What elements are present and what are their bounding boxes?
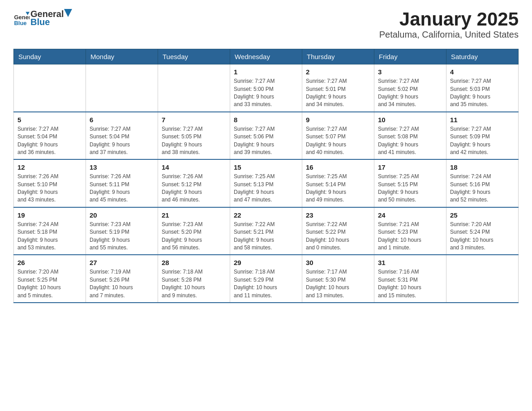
day-info: Sunrise: 7:25 AM Sunset: 5:13 PM Dayligh… xyxy=(234,173,298,204)
day-info: Sunrise: 7:27 AM Sunset: 5:02 PM Dayligh… xyxy=(378,77,442,109)
day-number: 9 xyxy=(306,115,370,124)
calendar-cell: 5Sunrise: 7:27 AM Sunset: 5:04 PM Daylig… xyxy=(14,112,86,160)
day-info: Sunrise: 7:26 AM Sunset: 5:11 PM Dayligh… xyxy=(90,173,154,204)
day-info: Sunrise: 7:24 AM Sunset: 5:16 PM Dayligh… xyxy=(450,173,515,204)
calendar-col-saturday: Saturday xyxy=(446,49,519,64)
day-info: Sunrise: 7:23 AM Sunset: 5:19 PM Dayligh… xyxy=(90,221,154,252)
calendar-cell: 12Sunrise: 7:26 AM Sunset: 5:10 PM Dayli… xyxy=(14,159,86,207)
calendar-cell: 3Sunrise: 7:27 AM Sunset: 5:02 PM Daylig… xyxy=(374,64,446,112)
calendar-cell: 13Sunrise: 7:26 AM Sunset: 5:11 PM Dayli… xyxy=(86,159,158,207)
svg-marker-3 xyxy=(64,9,72,17)
day-number: 22 xyxy=(234,210,298,220)
calendar-cell: 25Sunrise: 7:20 AM Sunset: 5:24 PM Dayli… xyxy=(446,207,519,255)
day-info: Sunrise: 7:27 AM Sunset: 5:05 PM Dayligh… xyxy=(162,125,226,157)
calendar-cell: 11Sunrise: 7:27 AM Sunset: 5:09 PM Dayli… xyxy=(446,112,519,160)
logo: General Blue General Blue xyxy=(13,9,73,27)
day-number: 24 xyxy=(378,210,442,220)
calendar-cell: 23Sunrise: 7:22 AM Sunset: 5:22 PM Dayli… xyxy=(302,207,374,255)
day-number: 4 xyxy=(450,67,515,77)
day-number: 21 xyxy=(162,210,226,220)
day-number: 15 xyxy=(234,163,298,172)
day-info: Sunrise: 7:22 AM Sunset: 5:21 PM Dayligh… xyxy=(234,221,298,252)
day-info: Sunrise: 7:23 AM Sunset: 5:20 PM Dayligh… xyxy=(162,221,226,252)
day-info: Sunrise: 7:24 AM Sunset: 5:18 PM Dayligh… xyxy=(17,221,82,252)
calendar-cell: 16Sunrise: 7:25 AM Sunset: 5:14 PM Dayli… xyxy=(302,159,374,207)
calendar-cell: 2Sunrise: 7:27 AM Sunset: 5:01 PM Daylig… xyxy=(302,64,374,112)
day-number: 2 xyxy=(306,67,370,77)
calendar-week-5: 26Sunrise: 7:20 AM Sunset: 5:25 PM Dayli… xyxy=(14,255,519,303)
day-info: Sunrise: 7:25 AM Sunset: 5:15 PM Dayligh… xyxy=(378,173,442,204)
svg-text:Blue: Blue xyxy=(14,20,26,26)
calendar-week-4: 19Sunrise: 7:24 AM Sunset: 5:18 PM Dayli… xyxy=(14,207,519,255)
day-info: Sunrise: 7:26 AM Sunset: 5:10 PM Dayligh… xyxy=(17,173,82,204)
calendar-header-row: SundayMondayTuesdayWednesdayThursdayFrid… xyxy=(14,49,519,64)
day-number: 20 xyxy=(90,210,154,220)
calendar-cell xyxy=(158,64,230,112)
day-info: Sunrise: 7:27 AM Sunset: 5:00 PM Dayligh… xyxy=(234,77,298,109)
day-info: Sunrise: 7:18 AM Sunset: 5:29 PM Dayligh… xyxy=(234,268,298,300)
day-number: 18 xyxy=(450,163,515,172)
calendar-cell: 22Sunrise: 7:22 AM Sunset: 5:21 PM Dayli… xyxy=(230,207,302,255)
calendar-cell: 20Sunrise: 7:23 AM Sunset: 5:19 PM Dayli… xyxy=(86,207,158,255)
calendar-week-3: 12Sunrise: 7:26 AM Sunset: 5:10 PM Dayli… xyxy=(14,159,519,207)
day-number: 10 xyxy=(378,115,442,124)
day-number: 31 xyxy=(378,258,442,267)
day-info: Sunrise: 7:27 AM Sunset: 5:08 PM Dayligh… xyxy=(378,125,442,157)
day-info: Sunrise: 7:19 AM Sunset: 5:26 PM Dayligh… xyxy=(90,268,154,300)
logo-arrow-icon xyxy=(64,9,72,17)
day-number: 28 xyxy=(162,258,226,267)
calendar-week-1: 1Sunrise: 7:27 AM Sunset: 5:00 PM Daylig… xyxy=(14,64,519,112)
day-info: Sunrise: 7:27 AM Sunset: 5:04 PM Dayligh… xyxy=(17,125,82,157)
day-number: 1 xyxy=(234,67,298,77)
page-subtitle: Petaluma, California, United States xyxy=(379,30,519,40)
calendar-cell: 7Sunrise: 7:27 AM Sunset: 5:05 PM Daylig… xyxy=(158,112,230,160)
day-number: 14 xyxy=(162,163,226,172)
calendar-cell: 15Sunrise: 7:25 AM Sunset: 5:13 PM Dayli… xyxy=(230,159,302,207)
calendar-cell: 31Sunrise: 7:16 AM Sunset: 5:31 PM Dayli… xyxy=(374,255,446,303)
day-number: 23 xyxy=(306,210,370,220)
day-info: Sunrise: 7:17 AM Sunset: 5:30 PM Dayligh… xyxy=(306,268,370,300)
day-info: Sunrise: 7:27 AM Sunset: 5:01 PM Dayligh… xyxy=(306,77,370,109)
day-info: Sunrise: 7:20 AM Sunset: 5:25 PM Dayligh… xyxy=(17,268,82,300)
day-info: Sunrise: 7:21 AM Sunset: 5:23 PM Dayligh… xyxy=(378,221,442,252)
page-title: January 2025 xyxy=(379,9,519,30)
day-number: 30 xyxy=(306,258,370,267)
logo-icon: General Blue xyxy=(13,10,30,26)
day-info: Sunrise: 7:16 AM Sunset: 5:31 PM Dayligh… xyxy=(378,268,442,300)
calendar-col-thursday: Thursday xyxy=(302,49,374,64)
calendar-table: SundayMondayTuesdayWednesdayThursdayFrid… xyxy=(13,49,519,303)
calendar-col-monday: Monday xyxy=(86,49,158,64)
calendar-cell: 24Sunrise: 7:21 AM Sunset: 5:23 PM Dayli… xyxy=(374,207,446,255)
day-number: 11 xyxy=(450,115,515,124)
day-info: Sunrise: 7:27 AM Sunset: 5:09 PM Dayligh… xyxy=(450,125,515,157)
calendar-cell: 21Sunrise: 7:23 AM Sunset: 5:20 PM Dayli… xyxy=(158,207,230,255)
day-info: Sunrise: 7:22 AM Sunset: 5:22 PM Dayligh… xyxy=(306,221,370,252)
calendar-cell xyxy=(446,255,519,303)
day-number: 3 xyxy=(378,67,442,77)
calendar-cell: 28Sunrise: 7:18 AM Sunset: 5:28 PM Dayli… xyxy=(158,255,230,303)
calendar-cell: 4Sunrise: 7:27 AM Sunset: 5:03 PM Daylig… xyxy=(446,64,519,112)
calendar-cell: 18Sunrise: 7:24 AM Sunset: 5:16 PM Dayli… xyxy=(446,159,519,207)
day-number: 7 xyxy=(162,115,226,124)
day-number: 29 xyxy=(234,258,298,267)
calendar-cell xyxy=(14,64,86,112)
calendar-cell: 1Sunrise: 7:27 AM Sunset: 5:00 PM Daylig… xyxy=(230,64,302,112)
calendar-cell: 27Sunrise: 7:19 AM Sunset: 5:26 PM Dayli… xyxy=(86,255,158,303)
calendar-col-sunday: Sunday xyxy=(14,49,86,64)
day-number: 12 xyxy=(17,163,82,172)
calendar-cell: 17Sunrise: 7:25 AM Sunset: 5:15 PM Dayli… xyxy=(374,159,446,207)
calendar-col-friday: Friday xyxy=(374,49,446,64)
calendar-cell: 8Sunrise: 7:27 AM Sunset: 5:06 PM Daylig… xyxy=(230,112,302,160)
day-number: 5 xyxy=(17,115,82,124)
calendar-header: SundayMondayTuesdayWednesdayThursdayFrid… xyxy=(14,49,519,64)
calendar-cell: 9Sunrise: 7:27 AM Sunset: 5:07 PM Daylig… xyxy=(302,112,374,160)
calendar-week-2: 5Sunrise: 7:27 AM Sunset: 5:04 PM Daylig… xyxy=(14,112,519,160)
calendar-body: 1Sunrise: 7:27 AM Sunset: 5:00 PM Daylig… xyxy=(14,64,519,303)
day-info: Sunrise: 7:26 AM Sunset: 5:12 PM Dayligh… xyxy=(162,173,226,204)
day-number: 6 xyxy=(90,115,154,124)
calendar-col-tuesday: Tuesday xyxy=(158,49,230,64)
calendar-cell: 10Sunrise: 7:27 AM Sunset: 5:08 PM Dayli… xyxy=(374,112,446,160)
calendar-cell xyxy=(86,64,158,112)
calendar-cell: 19Sunrise: 7:24 AM Sunset: 5:18 PM Dayli… xyxy=(14,207,86,255)
day-info: Sunrise: 7:18 AM Sunset: 5:28 PM Dayligh… xyxy=(162,268,226,300)
